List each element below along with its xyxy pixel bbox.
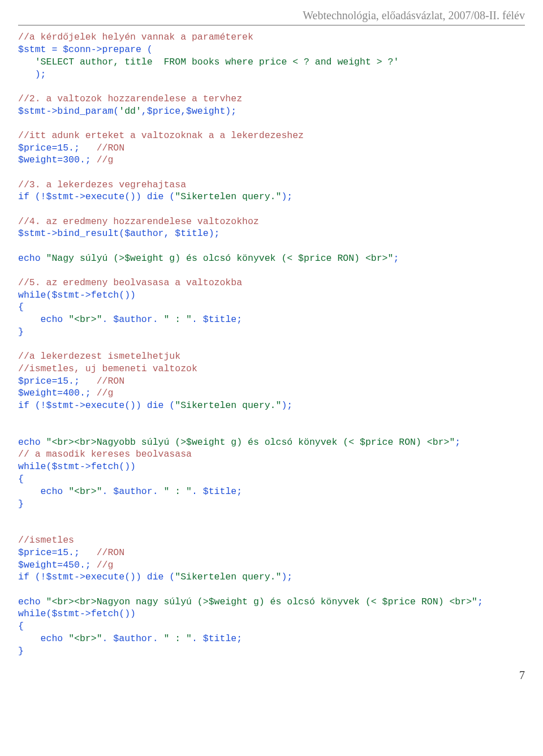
code-line: echo "<br>". $author. " : ". $title; <box>18 314 242 325</box>
code-line: //ismetles, uj bemeneti valtozok <box>18 363 197 374</box>
header-rule <box>18 25 525 25</box>
code-line: //4. az eredmeny hozzarendelese valtozok… <box>18 216 259 227</box>
code-line: { <box>18 302 24 312</box>
code-line: } <box>18 646 24 656</box>
code-line: $weight=400.; //g <box>18 388 113 398</box>
code-line: echo "<br>". $author. " : ". $title; <box>18 486 242 497</box>
page-number: 7 <box>18 658 525 682</box>
code-block: //a kérdőjelek helyén vannak a paraméter… <box>18 31 525 657</box>
code-line: echo "Nagy súlyú (>$weight g) és olcsó k… <box>18 253 399 264</box>
page-header: Webtechnológia, előadásvázlat, 2007/08-I… <box>18 8 525 23</box>
code-line: //3. a lekerdezes vegrehajtasa <box>18 179 186 190</box>
code-line: $price=15.; //RON <box>18 143 124 153</box>
code-line: while($stmt->fetch()) <box>18 461 136 472</box>
code-line: $weight=450.; //g <box>18 560 113 570</box>
code-line: //itt adunk erteket a valtozoknak a a le… <box>18 130 304 141</box>
code-line: //a lekerdezest ismetelhetjuk <box>18 351 180 362</box>
code-line: $price=15.; //RON <box>18 547 124 558</box>
code-line: // a masodik kereses beolvasasa <box>18 449 192 459</box>
code-line: ); <box>18 69 46 80</box>
code-line: $price=15.; //RON <box>18 376 124 386</box>
code-line: $stmt->bind_result($author, $title); <box>18 228 219 239</box>
code-line: { <box>18 474 24 484</box>
code-line: while($stmt->fetch()) <box>18 608 136 619</box>
code-line: $stmt->bind_param('dd',$price,$weight); <box>18 106 236 117</box>
code-line: } <box>18 327 24 337</box>
code-line: if (!$stmt->execute()) die ("Sikertelen … <box>18 572 292 582</box>
code-line: //5. az eredmeny beolvasasa a valtozokba <box>18 277 242 288</box>
code-line: $weight=300.; //g <box>18 154 113 165</box>
code-line: if (!$stmt->execute()) die ("Sikertelen … <box>18 191 292 202</box>
code-line: echo "<br><br>Nagyon nagy súlyú (>$weigh… <box>18 596 483 607</box>
code-line: if (!$stmt->execute()) die ("Sikertelen … <box>18 400 292 411</box>
code-line: $stmt = $conn->prepare ( <box>18 44 153 55</box>
code-line: { <box>18 621 24 632</box>
code-line: } <box>18 499 24 509</box>
code-line: echo "<br>". $author. " : ". $title; <box>18 633 242 644</box>
document-page: Webtechnológia, előadásvázlat, 2007/08-I… <box>0 0 543 694</box>
code-line: while($stmt->fetch()) <box>18 290 136 300</box>
code-line: //a kérdőjelek helyén vannak a paraméter… <box>18 32 253 42</box>
code-line: //ismetles <box>18 535 74 545</box>
code-line: 'SELECT author, title FROM books where p… <box>18 57 399 67</box>
code-line: //2. a valtozok hozzarendelese a tervhez <box>18 93 242 104</box>
code-line: echo "<br><br>Nagyobb súlyú (>$weight g)… <box>18 437 460 448</box>
